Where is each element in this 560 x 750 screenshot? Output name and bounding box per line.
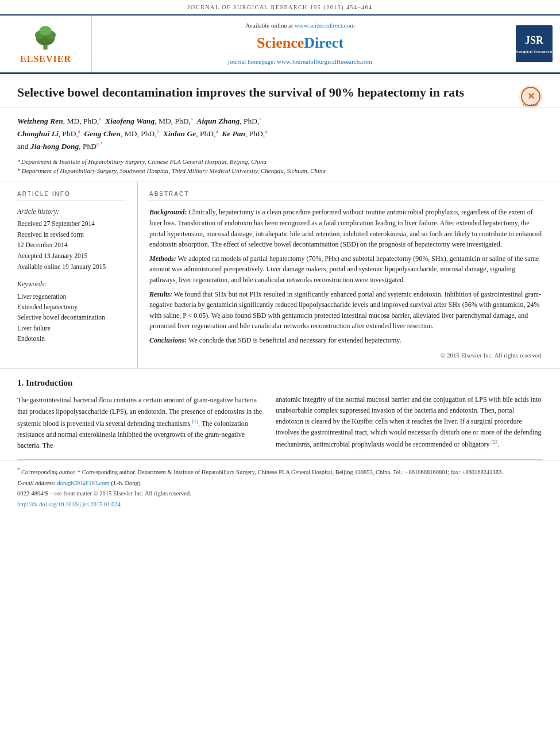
issn-note: 0022-4804/$ – see front matter © 2015 El… xyxy=(17,489,543,498)
jsr-acronym: JSR xyxy=(525,33,543,48)
received-revised-label: Received in revised form xyxy=(17,230,126,240)
email-link[interactable]: dongjh301@163.com xyxy=(57,480,110,486)
keyword-2: Extended hepatectomy xyxy=(17,302,126,312)
affiliation-b: ᵇ Department of Hepatobiliary Surgery, S… xyxy=(17,166,543,176)
abstract-text: Background: Clinically, hepatectomy is a… xyxy=(149,207,543,360)
journal-top-bar: JOURNAL OF SURGICAL RESEARCH 195 (2015) … xyxy=(0,0,560,16)
keywords-list: Liver regeneration Extended hepatectomy … xyxy=(17,291,126,344)
received-revised-date: 12 December 2014 xyxy=(17,240,126,250)
ref-2[interactable]: [2] xyxy=(492,439,498,445)
abstract-heading: ABSTRACT xyxy=(149,190,543,202)
crossmark-logo[interactable]: ✕ CrossMark xyxy=(519,84,543,109)
introduction-section: 1. Introduction The gastrointestinal bac… xyxy=(0,369,560,460)
svg-text:✕: ✕ xyxy=(527,91,535,101)
svg-point-4 xyxy=(40,26,52,35)
corresponding-author-note: * Corresponding author. * Corresponding … xyxy=(17,466,543,476)
abstract-col: ABSTRACT Background: Clinically, hepatec… xyxy=(138,182,543,368)
available-online-date: Available online 19 January 2015 xyxy=(17,262,126,272)
svg-point-5 xyxy=(44,45,48,48)
info-abstract-section: ARTICLE INFO Article history: Received 2… xyxy=(0,182,560,369)
sciencedirect-url[interactable]: www.sciencedirect.com xyxy=(295,22,355,29)
jsr-logo-area: JSR Surgical Research xyxy=(508,16,560,73)
keyword-4: Liver failure xyxy=(17,323,126,333)
header-center: Available online at www.sciencedirect.co… xyxy=(92,16,508,73)
available-online-text: Available online at www.sciencedirect.co… xyxy=(245,21,355,30)
keyword-1: Liver regeneration xyxy=(17,291,126,302)
authors-line: Weizheng Ren, MD, PhD,a Xiaofeng Wang, M… xyxy=(17,114,543,152)
abstract-methods: Methods: We adopted rat models of partia… xyxy=(149,253,543,286)
introduction-title: 1. Introduction xyxy=(17,377,264,390)
email-line: E-mail address: dongjh301@163.com (J.-h.… xyxy=(17,479,543,488)
sciencedirect-brand: ScienceDirect xyxy=(257,32,343,54)
abstract-background: Background: Clinically, hepatectomy is a… xyxy=(149,207,543,249)
elsevier-logo-area: ELSEVIER xyxy=(0,16,92,73)
accepted-date: Accepted 13 January 2015 xyxy=(17,251,126,261)
article-title-section: Selective bowel decontamination improves… xyxy=(0,74,560,107)
copyright-line: © 2015 Elsevier Inc. All rights reserved… xyxy=(149,351,543,360)
keywords-label: Keywords: xyxy=(17,279,126,289)
article-title: Selective bowel decontamination improves… xyxy=(17,84,488,101)
introduction-left-col: 1. Introduction The gastrointestinal bac… xyxy=(17,377,264,452)
introduction-right-text: anatomic integrity of the normal mucosal… xyxy=(276,394,543,451)
history-label: Article history: xyxy=(17,207,126,217)
article-info-heading: ARTICLE INFO xyxy=(17,190,126,202)
elsevier-tree-icon xyxy=(22,22,68,51)
jsr-subtitle: Surgical Research xyxy=(516,49,553,55)
introduction-right-col: anatomic integrity of the normal mucosal… xyxy=(276,377,543,452)
received-date: Received 27 September 2014 xyxy=(17,219,126,229)
journal-homepage: journal homepage: www.JournalofSurgicalR… xyxy=(228,57,372,67)
affiliations: ᵃ Department & Institute of Hepatobiliar… xyxy=(17,157,543,176)
header-area: ELSEVIER Available online at www.science… xyxy=(0,16,560,75)
keyword-3: Selective bowel decontamination xyxy=(17,312,126,322)
ref-1[interactable]: [1] xyxy=(192,418,199,424)
elsevier-logo: ELSEVIER xyxy=(20,22,71,66)
abstract-conclusions: Conclusions: We conclude that SBD is ben… xyxy=(149,335,543,346)
affiliation-a: ᵃ Department & Institute of Hepatobiliar… xyxy=(17,157,543,167)
keyword-5: Endotoxin xyxy=(17,333,126,344)
authors-section: Weizheng Ren, MD, PhD,a Xiaofeng Wang, M… xyxy=(0,107,560,182)
introduction-left-text: The gastrointestinal bacterial flora con… xyxy=(17,395,264,451)
abstract-results: Results: We found that SHx but not PHx r… xyxy=(149,289,543,332)
footer-notes: * Corresponding author. * Corresponding … xyxy=(0,460,560,516)
doi-link[interactable]: http://dx.doi.org/10.1016/j.jss.2015.01.… xyxy=(17,500,543,509)
svg-text:CrossMark: CrossMark xyxy=(523,103,539,107)
jsr-logo: JSR Surgical Research xyxy=(516,25,553,62)
article-info-col: ARTICLE INFO Article history: Received 2… xyxy=(17,182,138,368)
elsevier-brand-text: ELSEVIER xyxy=(20,52,71,66)
